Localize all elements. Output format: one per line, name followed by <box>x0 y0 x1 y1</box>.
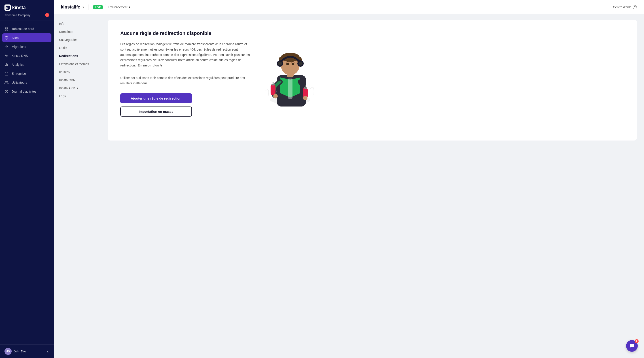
env-selector[interactable]: Environnement ▾ <box>105 4 133 10</box>
sidebar-label-migrations: Migrations <box>12 45 26 49</box>
svg-text:K: K <box>6 6 8 9</box>
sub-sidebar: Info Domaines Sauvegardes Outils Redirec… <box>54 14 100 358</box>
bulk-import-button[interactable]: Importation en masse <box>120 107 192 117</box>
svg-rect-5 <box>7 29 8 31</box>
sub-nav-outils[interactable]: Outils <box>54 44 100 52</box>
illustration <box>261 35 319 111</box>
sidebar-label-tableau-de-bord: Tableau de bord <box>12 27 34 31</box>
svg-point-23 <box>298 62 302 66</box>
site-title: kinstalife <box>61 5 80 10</box>
help-link[interactable]: Centre d'aide ? <box>613 5 637 9</box>
sites-icon <box>4 36 8 40</box>
svg-point-21 <box>278 62 282 66</box>
page-title: Aucune règle de redirection disponible <box>120 31 250 36</box>
env-chevron-icon: ▾ <box>129 5 130 9</box>
live-badge: LIVE <box>93 5 103 9</box>
migrations-icon <box>4 45 8 49</box>
sub-nav-ip-deny[interactable]: IP Deny <box>54 68 100 76</box>
user-name: John Doe <box>14 350 26 353</box>
sidebar-item-sites[interactable]: Sites <box>2 33 52 42</box>
sidebar-label-entreprise: Entreprise <box>12 72 26 75</box>
chevron-up-icon[interactable]: ▲ <box>46 349 49 353</box>
analytics-icon <box>4 63 8 67</box>
sidebar-label-analytics: Analytics <box>12 63 24 67</box>
chat-bubble[interactable]: 2 <box>626 340 638 352</box>
svg-rect-26 <box>270 84 276 95</box>
sidebar-item-entreprise[interactable]: Entreprise <box>0 69 54 78</box>
sidebar-label-utilisateurs: Utilisateurs <box>12 81 27 84</box>
page-description-1: Les règles de redirection redirigent le … <box>120 42 250 68</box>
dns-icon <box>4 54 8 58</box>
sidebar-item-kinsta-dns[interactable]: Kinsta DNS <box>0 51 54 60</box>
svg-point-33 <box>303 96 308 100</box>
content-area: Info Domaines Sauvegardes Outils Redirec… <box>54 14 644 358</box>
separator <box>88 5 89 10</box>
sidebar-label-sites: Sites <box>12 36 18 40</box>
svg-rect-14 <box>288 79 292 99</box>
content-left: Aucune règle de redirection disponible L… <box>120 31 250 117</box>
svg-rect-3 <box>7 27 8 29</box>
sidebar-footer: JD John Doe ▲ <box>0 344 54 358</box>
sub-nav-redirections[interactable]: Redirections <box>54 52 100 60</box>
sidebar-item-journal[interactable]: Journal d'activités <box>0 87 54 96</box>
learn-more-link[interactable]: En savoir plus ↳ <box>138 64 162 67</box>
sub-nav-sauvegardes[interactable]: Sauvegardes <box>54 36 100 44</box>
help-label: Centre d'aide <box>613 5 632 9</box>
sidebar: K kinsta Awesome Company 1 Tableau de bo… <box>0 0 54 358</box>
svg-rect-28 <box>272 82 274 85</box>
warning-text: Utiliser cet outil sans tenir compte des… <box>120 75 250 86</box>
dashboard-icon <box>4 27 8 31</box>
svg-point-10 <box>5 81 7 82</box>
add-redirect-button[interactable]: Ajouter une règle de redirection <box>120 93 192 103</box>
kinsta-logo-icon: K <box>4 5 11 11</box>
company-name: Awesome Company <box>4 14 30 17</box>
chat-icon <box>629 343 634 348</box>
main-content-area: Aucune règle de redirection disponible L… <box>100 14 644 358</box>
svg-point-25 <box>292 63 294 65</box>
sub-nav-logs[interactable]: Logs <box>54 92 100 100</box>
svg-rect-4 <box>5 29 6 31</box>
site-title-row: kinstalife ▾ LIVE Environnement ▾ <box>61 4 133 10</box>
svg-rect-31 <box>305 85 306 88</box>
sidebar-item-migrations[interactable]: Migrations <box>0 42 54 51</box>
enterprise-icon <box>4 72 8 76</box>
chat-badge: 2 <box>634 339 639 343</box>
users-icon <box>4 81 8 85</box>
sub-nav-kinsta-apm[interactable]: Kinsta APM ▲ <box>54 84 100 92</box>
sub-nav-info[interactable]: Info <box>54 20 100 28</box>
svg-rect-2 <box>5 27 6 29</box>
kinsta-logo: K kinsta <box>4 5 49 11</box>
avatar: JD <box>4 348 12 355</box>
sub-nav-extensions[interactable]: Extensions et thèmes <box>54 60 100 68</box>
notification-badge[interactable]: 1 <box>45 13 49 17</box>
logo-text: kinsta <box>12 5 26 11</box>
sub-nav-kinsta-cdn[interactable]: Kinsta CDN <box>54 76 100 84</box>
sub-nav-domaines[interactable]: Domaines <box>54 28 100 36</box>
sidebar-item-tableau-de-bord[interactable]: Tableau de bord <box>0 24 54 33</box>
sidebar-label-journal: Journal d'activités <box>12 90 36 93</box>
sidebar-header: K kinsta Awesome Company 1 <box>0 0 54 21</box>
user-info: JD John Doe <box>4 348 26 355</box>
sidebar-item-utilisateurs[interactable]: Utilisateurs <box>0 78 54 87</box>
company-row: Awesome Company 1 <box>4 13 49 17</box>
content-card: Aucune règle de redirection disponible L… <box>108 20 637 141</box>
journal-icon <box>4 90 8 94</box>
sidebar-item-analytics[interactable]: Analytics <box>0 60 54 69</box>
env-label: Environnement <box>108 5 127 9</box>
main-area: kinstalife ▾ LIVE Environnement ▾ Centre… <box>54 0 644 358</box>
sidebar-label-dns: Kinsta DNS <box>12 54 28 58</box>
topbar: kinstalife ▾ LIVE Environnement ▾ Centre… <box>54 0 644 14</box>
svg-point-24 <box>286 63 289 65</box>
svg-point-32 <box>273 94 278 99</box>
content-right <box>259 31 322 111</box>
chevron-down-icon[interactable]: ▾ <box>82 5 84 9</box>
help-icon: ? <box>633 5 637 9</box>
main-nav: Tableau de bord Sites Migrations Kinsta … <box>0 21 54 344</box>
